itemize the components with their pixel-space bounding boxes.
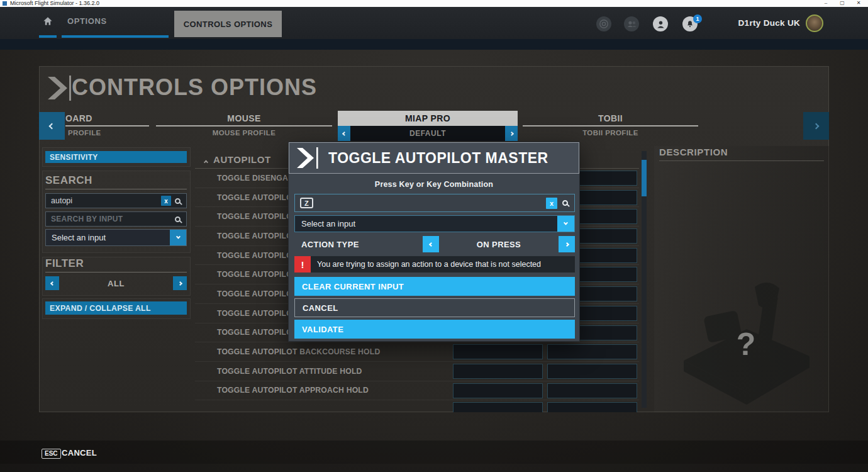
mouse-profile-label: MOUSE PROFILE	[156, 129, 332, 137]
filter-heading: FILTER	[45, 257, 84, 270]
filter-value: ALL	[59, 276, 173, 290]
miap-pro-tab-label: MIAP PRO	[405, 113, 450, 123]
tab-miap-pro[interactable]: MIAP PRO	[338, 111, 518, 126]
binding-primary-cell[interactable]	[453, 364, 543, 379]
tab-mouse[interactable]: MOUSE	[156, 113, 332, 123]
binding-secondary-cell[interactable]	[547, 383, 637, 398]
key-badge: Z	[300, 198, 313, 208]
window-close-button[interactable]: ✕	[852, 0, 865, 7]
sensitivity-button[interactable]: SENSITIVITY	[45, 151, 187, 163]
filter-heading-underline	[45, 272, 187, 273]
app-icon	[3, 1, 7, 6]
autopilot-section-label: AUTOPILOT	[213, 154, 271, 165]
validate-button[interactable]: VALIDATE	[294, 320, 575, 339]
mouse-tab-underline	[156, 125, 332, 126]
collapse-caret-icon	[204, 154, 208, 166]
action-type-next-button[interactable]	[559, 236, 575, 252]
action-type-prev-button[interactable]	[423, 236, 439, 252]
window-title: Microsoft Flight Simulator - 1.36.2.0	[10, 0, 99, 7]
keyboard-tab-underline	[65, 125, 149, 126]
window-titlebar: Microsoft Flight Simulator - 1.36.2.0 – …	[0, 0, 868, 7]
binding-row-label: TOGGLE AUTOPILO	[217, 232, 292, 240]
activity-icon[interactable]	[596, 16, 611, 31]
binding-row: TOGGLE AUTOPILOT APPROACH HOLD	[195, 381, 639, 401]
clear-key-button[interactable]: x	[546, 198, 557, 209]
esc-key-badge[interactable]: ESC	[42, 449, 61, 459]
home-tab[interactable]	[39, 7, 57, 35]
key-combination-input[interactable]: Z x	[294, 194, 575, 212]
list-scrollbar-thumb[interactable]	[642, 160, 647, 196]
expand-collapse-all-button[interactable]: EXPAND / COLLAPSE ALL	[45, 301, 187, 315]
footer-strip	[0, 464, 868, 472]
miap-profile-prev-button[interactable]	[338, 126, 350, 141]
binding-row-label: TOGGLE AUTOPILO	[217, 212, 292, 221]
binding-row-label: TOGGLE AUTOPILOT ATTITUDE HOLD	[217, 367, 362, 376]
avatar[interactable]	[806, 14, 823, 32]
binding-row-label: TOGGLE AUTOPILOT BACKCOURSE HOLD	[217, 347, 380, 356]
tabs-scroll-left-button[interactable]	[39, 112, 65, 140]
home-icon	[42, 15, 54, 28]
dialog-prompt: Press Key or Key Combination	[289, 180, 579, 189]
select-input-dropdown[interactable]: Select an input	[45, 229, 187, 246]
binding-row-label: TOGGLE AUTOPILOT APPROACH HOLD	[217, 386, 369, 395]
dialog-header: TOGGLE AUTOPILOT MASTER	[289, 142, 579, 174]
tobii-tab-underline	[523, 125, 698, 126]
warning-text: You are trying to assign an action to a …	[317, 256, 541, 273]
key-assignment-dialog: TOGGLE AUTOPILOT MASTER Press Key or Key…	[288, 142, 580, 342]
tab-controls-options[interactable]: CONTROLS OPTIONS	[174, 11, 282, 37]
search-by-input-row	[45, 211, 187, 227]
screen: Microsoft Flight Simulator - 1.36.2.0 – …	[0, 0, 868, 472]
profile-icon[interactable]	[653, 16, 668, 31]
options-tab-label: OPTIONS	[67, 16, 107, 26]
select-input-value: Select an input	[46, 233, 170, 242]
binding-secondary-cell[interactable]	[547, 364, 637, 379]
dialog-select-input-value: Select an input	[295, 219, 557, 228]
clear-search-button[interactable]: x	[161, 196, 171, 206]
window-minimize-button[interactable]: –	[820, 0, 832, 7]
chevron-down-icon[interactable]	[557, 216, 574, 232]
binding-row	[195, 400, 639, 412]
binding-row-label: TOGGLE AUTOPILO	[217, 193, 292, 202]
username: D1rty Duck UK	[712, 7, 800, 39]
friends-icon[interactable]	[624, 16, 639, 31]
warning-bar: ! You are trying to assign an action to …	[294, 256, 575, 273]
filter-next-button[interactable]	[173, 276, 187, 290]
page-title: CONTROLS OPTIONS	[72, 74, 317, 101]
binding-row: TOGGLE AUTOPILOT BACKCOURSE HOLD	[195, 342, 639, 362]
search-icon	[175, 216, 181, 222]
chevron-down-icon[interactable]	[170, 230, 186, 245]
footer-cancel-label[interactable]: CANCEL	[62, 448, 97, 458]
search-heading-underline	[45, 189, 187, 189]
search-icon	[175, 198, 181, 204]
search-by-input[interactable]	[46, 215, 175, 223]
search-input[interactable]	[46, 196, 161, 205]
binding-primary-cell[interactable]	[453, 344, 543, 359]
miap-profile-next-button[interactable]	[505, 126, 518, 141]
home-tab-underline	[39, 35, 57, 38]
page-title-chevron-icon	[47, 76, 73, 101]
tab-keyboard[interactable]: OARD	[65, 113, 116, 123]
dialog-select-input-dropdown[interactable]: Select an input	[294, 215, 575, 232]
description-heading: DESCRIPTION	[659, 147, 728, 157]
action-type-row: ACTION TYPE ON PRESS	[294, 236, 575, 252]
dialog-cancel-button[interactable]: CANCEL	[294, 298, 575, 317]
tab-options[interactable]: OPTIONS	[62, 7, 169, 35]
options-tab-underline	[62, 35, 169, 38]
binding-row-label: TOGGLE AUTOPILO	[217, 251, 292, 260]
description-heading-underline	[659, 160, 824, 161]
tab-tobii[interactable]: TOBII	[518, 113, 703, 123]
binding-secondary-cell[interactable]	[547, 344, 637, 359]
binding-row: TOGGLE AUTOPILOT ATTITUDE HOLD	[195, 362, 639, 381]
filter-prev-button[interactable]	[45, 276, 59, 290]
window-maximize-button[interactable]: ▢	[836, 0, 849, 7]
binding-primary-cell[interactable]	[453, 383, 543, 398]
action-type-label: ACTION TYPE	[301, 240, 359, 249]
binding-row-label: TOGGLE AUTOPILO	[217, 309, 292, 318]
controls-options-tab-label: CONTROLS OPTIONS	[184, 20, 272, 29]
clear-current-input-button[interactable]: CLEAR CURRENT INPUT	[294, 277, 575, 296]
binding-primary-cell[interactable]	[453, 402, 543, 412]
miap-profile-value: DEFAULT	[409, 129, 446, 138]
tabs-scroll-right-button[interactable]	[803, 112, 829, 140]
dialog-chevron-icon	[296, 147, 320, 169]
binding-secondary-cell[interactable]	[547, 402, 637, 412]
